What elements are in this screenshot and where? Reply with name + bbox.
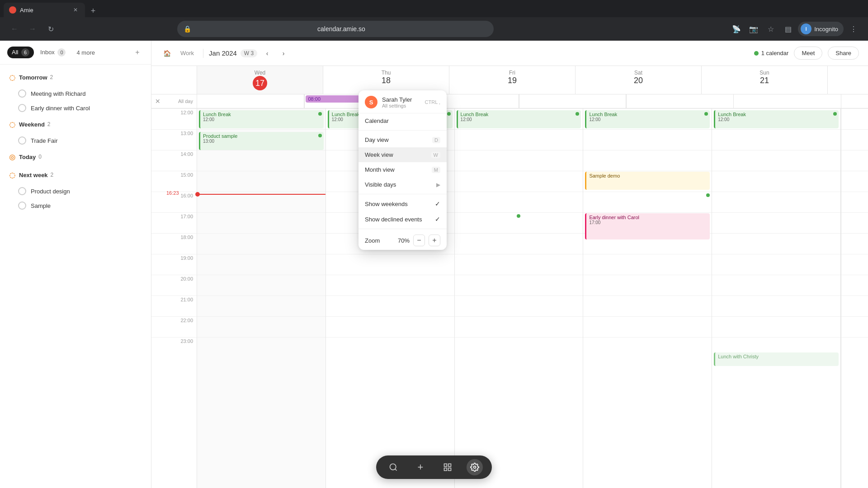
time-1500: 15:00 (151, 171, 197, 192)
sidebar-group-nextweek[interactable]: ◌ Next week 2 + ⋯ (5, 166, 146, 184)
cal-grid-container[interactable]: 12:00 13:00 14:00 15:00 16:00 17:00 18:0… (151, 108, 868, 488)
meet-btn[interactable]: Meet (794, 47, 822, 60)
item-check-sample[interactable] (18, 202, 26, 210)
svg-rect-3 (448, 464, 451, 467)
today-add-btn[interactable]: + (116, 150, 128, 163)
hour-line (583, 316, 712, 337)
weekend-add-btn[interactable]: + (116, 118, 128, 131)
event-lunch-fri[interactable]: Lunch Break 12:00 (457, 110, 581, 128)
day-num-thu: 18 (325, 76, 447, 85)
context-menu: S Sarah Tyler All settings CTRL , Calend… (359, 90, 447, 250)
cal-grid: Lunch Break 12:00 Product sample 13:00 (197, 108, 868, 488)
add-btn[interactable]: + (412, 459, 429, 475)
event-lunch-sat[interactable]: Lunch Break 12:00 (585, 110, 710, 128)
menu-item-declined[interactable]: Show declined events ✓ (359, 211, 447, 227)
reload-btn[interactable]: ↻ (43, 22, 58, 36)
settings-icon (470, 463, 479, 472)
tab-close-btn[interactable]: ✕ (71, 6, 80, 14)
item-check-meeting[interactable] (18, 89, 26, 98)
list-item[interactable]: Trade Fair 🕐 ⊙ 📁 (5, 133, 146, 148)
cal-week-badge: W 3 (241, 49, 257, 57)
event-product-wed[interactable]: Product sample 13:00 (199, 132, 324, 150)
menu-item-visibledays[interactable]: Visible days ▶ (359, 177, 447, 192)
star-icon[interactable]: ☆ (764, 22, 778, 36)
today-more-btn[interactable]: ⋯ (129, 150, 142, 163)
new-tab-btn[interactable]: + (87, 5, 99, 17)
tab-more[interactable]: 4 more (72, 47, 99, 58)
list-item[interactable]: Meeting with Richard (5, 86, 146, 101)
hour-line (455, 275, 583, 296)
event-title: Lunch Break (461, 112, 579, 117)
item-check-productdesign[interactable] (18, 187, 26, 195)
hour-line (583, 296, 712, 316)
forward-btn[interactable]: → (25, 22, 40, 36)
menu-item-calendar[interactable]: Calendar (359, 113, 447, 128)
event-lunch-wed[interactable]: Lunch Break 12:00 (199, 110, 324, 128)
search-btn[interactable] (385, 459, 401, 475)
address-bar[interactable]: 🔒 calendar.amie.so (177, 21, 494, 37)
day-num-wed: 17 (253, 76, 267, 90)
all-day-sun (626, 94, 734, 108)
event-time: 12:00 (718, 117, 836, 122)
cast-icon[interactable]: 📡 (729, 22, 744, 36)
list-item[interactable]: Sample 🕐 ⊙ 📁 (5, 198, 146, 213)
cal-next-btn[interactable]: › (277, 47, 290, 60)
zoom-value: 70% (398, 237, 410, 244)
sidebar-icon[interactable]: ▤ (781, 22, 795, 36)
sidebar-group-today[interactable]: ◎ Today 0 + ⋯ (5, 148, 146, 166)
sidebar-group-weekend[interactable]: ◌ Weekend 2 + ⋯ (5, 115, 146, 133)
event-lunch-sun[interactable]: Lunch Break 12:00 (714, 110, 839, 128)
tomorrow-add-btn[interactable]: + (116, 71, 128, 84)
menu-user-info: Sarah Tyler All settings (382, 96, 420, 108)
share-btn[interactable]: Share (828, 47, 859, 60)
layout-btn[interactable] (439, 459, 456, 475)
active-tab[interactable]: Amie ✕ (4, 3, 85, 17)
weekend-more-btn[interactable]: ⋯ (129, 118, 142, 131)
hour-line (583, 275, 712, 296)
menu-item-monthview[interactable]: Month view M (359, 162, 447, 177)
bottom-toolbar: + (376, 455, 492, 479)
nextweek-add-btn[interactable]: + (116, 169, 128, 181)
zoom-plus-btn[interactable]: + (429, 235, 440, 246)
hour-line (712, 150, 840, 171)
sidebar-group-tomorrow[interactable]: ◌ Tomorrow 2 + ⋯ (5, 68, 146, 86)
sidebar-add-btn[interactable]: + (131, 46, 144, 59)
item-check-dinner[interactable] (18, 104, 26, 112)
work-toggle[interactable]: Work (177, 47, 198, 60)
tomorrow-more-btn[interactable]: ⋯ (129, 71, 142, 84)
menu-icon[interactable]: ⋮ (846, 22, 861, 36)
cal-date-label: Jan 2024 (209, 49, 237, 57)
camera-icon[interactable]: 📷 (746, 22, 761, 36)
list-item[interactable]: Product design 📁 (5, 184, 146, 198)
tab-inbox[interactable]: Inbox 0 (36, 47, 70, 58)
event-sample-sat[interactable]: Sample demo (585, 172, 710, 190)
time-1900: 19:00 (151, 254, 197, 275)
all-day-close-btn[interactable]: ✕ (155, 98, 160, 105)
nextweek-more-btn[interactable]: ⋯ (129, 169, 142, 181)
back-btn[interactable]: ← (7, 22, 22, 36)
hour-line (712, 129, 840, 150)
menu-item-weekview[interactable]: Week view W (359, 147, 447, 162)
menu-item-weekends[interactable]: Show weekends ✓ (359, 196, 447, 211)
event-lunch-christy[interactable]: Lunch with Christy (714, 352, 839, 366)
clock-tag: 🕐 (135, 104, 142, 112)
zoom-minus-btn[interactable]: − (413, 235, 425, 246)
menu-item-dayview[interactable]: Day view D (359, 132, 447, 147)
time-1800: 18:00 (151, 233, 197, 254)
time-2000: 20:00 (151, 275, 197, 296)
weekend-badge: 2 (47, 121, 51, 127)
current-time-indicator: 16:23 (197, 194, 326, 195)
hour-line (841, 254, 868, 275)
cal-prev-btn[interactable]: ‹ (261, 47, 274, 60)
profile-btn[interactable]: I Incognito (798, 22, 844, 36)
event-title: Sample demo (589, 173, 707, 178)
list-item[interactable]: Early dinner with Carol 🕐 (5, 101, 146, 115)
settings-btn[interactable] (467, 459, 483, 475)
item-check-tradefair[interactable] (18, 136, 26, 145)
event-dinner-sat[interactable]: Early dinner with Carol 17:00 (585, 213, 710, 239)
tab-all[interactable]: All 6 (7, 47, 34, 58)
home-btn[interactable]: 🏠 (160, 47, 173, 60)
folder-tag: 📁 (135, 137, 142, 144)
hour-line (455, 192, 583, 212)
hour-line (583, 254, 712, 275)
